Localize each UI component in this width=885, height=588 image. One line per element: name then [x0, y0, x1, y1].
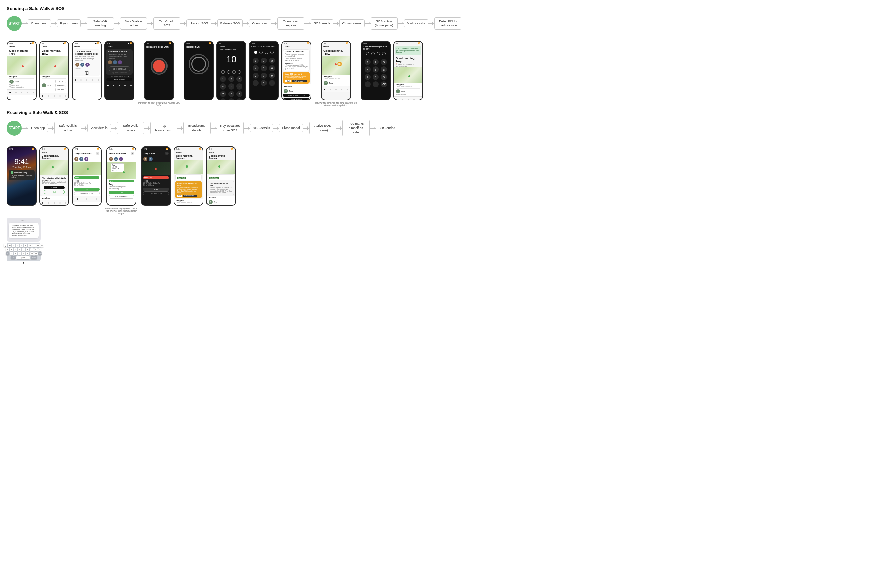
flow-box-flyout[interactable]: Flyout menu [57, 20, 81, 27]
flow-box-holding[interactable]: Holding SOS [186, 20, 211, 27]
key-x[interactable]: X [14, 252, 17, 255]
key-s[interactable]: S [10, 248, 13, 251]
flow-box-2-troy-marks-safe[interactable]: Troy marks himself as safe [342, 120, 370, 136]
arrow-2-4 [111, 128, 117, 129]
home-label-1: Home [8, 45, 36, 48]
flow-box-release[interactable]: Release SOS [218, 20, 243, 27]
key-j[interactable]: J [30, 248, 34, 251]
flow-box-2-close-modal[interactable]: Close modal [279, 124, 303, 132]
map-j3 [207, 160, 236, 174]
call-btn-j2[interactable]: Call [177, 195, 182, 197]
key-k[interactable]: K [34, 248, 38, 251]
phone-screen-3: 9:41 ▶ 📶 Home Your Safe Walk session is … [73, 42, 101, 100]
bottom-nav-12 [394, 96, 423, 100]
call-emergency-btn[interactable]: Call emergency contact [283, 94, 310, 97]
sos-ring-large[interactable] [189, 54, 209, 74]
flow-box-tap-hold[interactable]: Tap & hold SOS [153, 17, 180, 30]
numpad: 1 2 3 4 5 6 7 8 9 0 ⌫ [219, 76, 243, 100]
flow-box-2-sw-details[interactable]: Safe Walk details [117, 122, 144, 134]
flow-box-countdown[interactable]: Countdown [249, 20, 271, 27]
sos-ring[interactable] [150, 58, 168, 75]
nav-2[interactable] [15, 92, 16, 93]
close-btn-sos[interactable]: ✕ [165, 152, 168, 155]
flow-box-2-active-sos-home[interactable]: Active SOS (home) [309, 122, 336, 134]
directions-btn-sw2[interactable]: Get directions [108, 195, 134, 199]
key-o[interactable]: O [36, 244, 40, 247]
key-c[interactable]: C [18, 252, 21, 255]
key-m[interactable]: M [34, 252, 38, 255]
directions-btn-j2[interactable]: Get directions → [183, 195, 197, 197]
safe-walk-btn[interactable]: Safe Walk [55, 88, 66, 91]
key-r[interactable]: R [16, 244, 20, 247]
close-btn-sw2[interactable]: ✕ [130, 152, 134, 155]
check-in-btn[interactable]: Check in [55, 80, 66, 83]
key-space[interactable]: space [16, 256, 30, 260]
key-g[interactable]: G [22, 248, 26, 251]
flow-box-2-view-details[interactable]: View details [87, 124, 111, 132]
key-a[interactable]: A [6, 248, 9, 251]
start-node[interactable]: START [7, 16, 22, 31]
start-node-2[interactable]: START [7, 121, 22, 136]
insights-sos: Insights T Troy [282, 84, 310, 94]
flow-box-open-menu[interactable]: Open menu [28, 20, 51, 27]
key-n[interactable]: N [30, 252, 34, 255]
key-123[interactable]: 123 [10, 256, 15, 260]
call-btn-j1[interactable]: Call [44, 190, 65, 194]
flow-box-sending[interactable]: Safe Walk sending [87, 17, 114, 30]
nav-3[interactable] [21, 92, 22, 93]
arrow-1 [22, 23, 28, 24]
key-t[interactable]: T [20, 244, 23, 247]
follow-btn[interactable]: Follow [44, 186, 65, 189]
key-b[interactable]: B [26, 252, 30, 255]
mark-safe-btn-3[interactable]: Mark as safe [284, 98, 309, 100]
pickup-btn[interactable]: Pick me up [55, 84, 66, 87]
key-z[interactable]: Z [10, 252, 13, 255]
key-u[interactable]: U [28, 244, 32, 247]
flow-box-close-drawer[interactable]: Close drawer [339, 20, 364, 27]
flow-box-2-sos-details[interactable]: SOS details [250, 124, 273, 132]
key-y[interactable]: Y [24, 244, 27, 247]
flow-box-enter-pin-mark[interactable]: Enter PIN to mark as safe [434, 17, 461, 30]
flow-box-mark-safe[interactable]: Mark as safe [404, 20, 428, 27]
flow-box-sos-active[interactable]: SOS active (home page) [370, 17, 398, 30]
key-l[interactable]: L [38, 248, 42, 251]
directions-btn-sos[interactable]: Get directions [143, 191, 169, 195]
call-btn[interactable]: Call [285, 80, 291, 82]
flow-box-2-open-app[interactable]: Open app [28, 124, 48, 132]
mark-safe-btn-2[interactable]: Mark as safe → [292, 80, 307, 82]
tapping-note: Tapping the arrow on the card deepens th… [314, 102, 358, 106]
directions-btn-sw1[interactable]: Get directions [74, 191, 100, 195]
key-backspace[interactable]: ⌫ [38, 252, 42, 255]
key-w[interactable]: W [8, 244, 11, 247]
key-e[interactable]: E [12, 244, 15, 247]
mark-safe-btn[interactable]: Mark as safe [106, 78, 132, 81]
viewers-sw1: T A J [73, 156, 101, 162]
flow-box-active[interactable]: Safe Walk is active [120, 17, 147, 30]
key-q[interactable]: Q [4, 244, 7, 247]
nav-5[interactable] [33, 92, 34, 93]
flow-box-2-troy-escalates[interactable]: Troy escalates to an SOS [217, 122, 244, 134]
flow-box-2-breadcrumb-details[interactable]: Breadcrumb details [183, 122, 211, 134]
nav-4[interactable] [27, 92, 28, 93]
close-btn-sw1[interactable]: ✕ [96, 152, 99, 155]
key-f[interactable]: F [18, 248, 21, 251]
key-p[interactable]: P [40, 244, 44, 247]
flow-box-expires[interactable]: Countdown expires [278, 17, 304, 30]
tap-to-send-sos[interactable]: Tap to send SOS [108, 66, 130, 71]
call-btn-sw1[interactable]: Call [74, 188, 100, 191]
flow-box-2-sw-active[interactable]: Safe Walk is active [54, 122, 81, 134]
key-d[interactable]: D [14, 248, 17, 251]
key-shift[interactable]: ⇧ [6, 252, 9, 255]
call-btn-sos[interactable]: Call [143, 188, 169, 191]
key-i[interactable]: I [32, 244, 36, 247]
key-return[interactable]: return [30, 256, 37, 260]
key-v[interactable]: V [22, 252, 26, 255]
phone-screen-j2: 9:41 📶 Home Good morning, Joanna. Safe W… [174, 147, 203, 205]
flow-box-sos-sends[interactable]: SOS sends [310, 20, 333, 27]
nav-home[interactable] [9, 92, 11, 93]
nav-home-2[interactable] [42, 95, 44, 97]
call-btn-sw2[interactable]: Call [108, 191, 134, 194]
flow-box-2-tap-breadcrumb[interactable]: Tap breadcrumb [150, 122, 177, 134]
flow-box-2-sos-ended[interactable]: SOS ended [376, 124, 398, 132]
key-h[interactable]: H [26, 248, 30, 251]
